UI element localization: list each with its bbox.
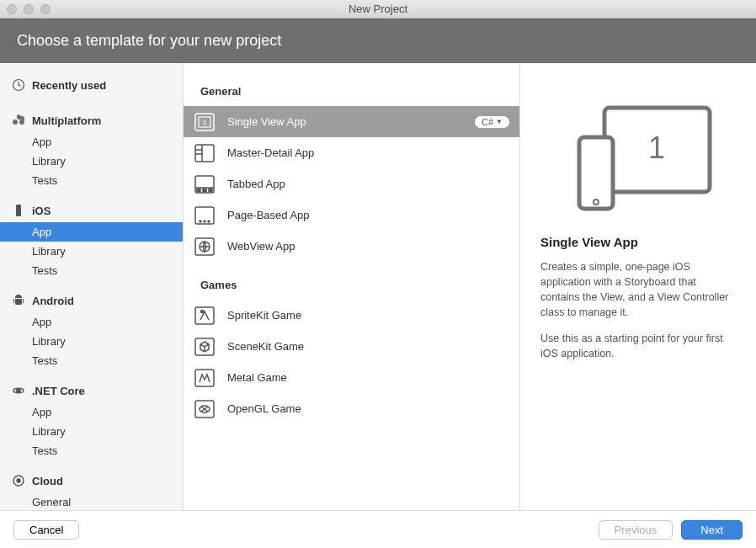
template-master-detail-app[interactable]: Master-Detail App — [184, 137, 519, 168]
template-label: Metal Game — [227, 371, 509, 384]
svg-rect-26 — [195, 370, 214, 386]
template-page-based-app[interactable]: Page-Based App — [184, 200, 519, 231]
template-label: Page-Based App — [227, 209, 509, 221]
sidebar-item-ios-app[interactable]: App — [0, 222, 183, 242]
maximize-window-icon[interactable] — [40, 4, 51, 14]
opengl-icon — [194, 398, 216, 420]
android-icon — [12, 294, 25, 307]
sidebar-category-label: Multiplatform — [32, 114, 101, 127]
template-tabbed-app[interactable]: Tabbed App — [184, 168, 519, 200]
window-title: New Project — [349, 3, 407, 15]
sidebar-item-ios-tests[interactable]: Tests — [0, 261, 183, 280]
template-webview-app[interactable]: WebView App — [184, 231, 519, 262]
template-label: Master-Detail App — [227, 146, 509, 159]
sidebar-category-ios[interactable]: iOS — [0, 199, 183, 222]
sidebar-category-label: Cloud — [32, 475, 63, 487]
detail-description-1: Creates a simple, one-page iOS applicati… — [540, 259, 736, 321]
sidebar-item-ios-library[interactable]: Library — [0, 242, 183, 261]
next-button[interactable]: Next — [681, 520, 743, 540]
chevron-down-icon: ▼ — [496, 118, 503, 125]
template-opengl-game[interactable]: OpenGL Game — [184, 393, 519, 424]
illustration-number: 1 — [648, 130, 665, 165]
svg-rect-30 — [579, 137, 613, 209]
detail-illustration: 1 — [540, 87, 736, 213]
spritekit-icon — [194, 305, 216, 327]
sidebar-category-cloud[interactable]: Cloud — [0, 469, 183, 492]
svg-rect-16 — [209, 189, 212, 191]
svg-point-2 — [17, 389, 20, 392]
minimize-window-icon[interactable] — [24, 4, 34, 14]
detail-pane: 1 Single View App Creates a simple, one-… — [520, 63, 756, 510]
close-window-icon[interactable] — [7, 4, 17, 14]
webview-icon — [194, 236, 216, 258]
template-label: SpriteKit Game — [227, 309, 509, 322]
ios-icon — [12, 204, 25, 217]
language-label: C# — [482, 117, 493, 127]
sidebar-recently-used[interactable]: Recently used — [0, 73, 183, 97]
section-title-games: Games — [184, 274, 519, 300]
titlebar: New Project — [0, 0, 756, 19]
template-label: SceneKit Game — [227, 340, 509, 353]
template-single-view-app[interactable]: 1 Single View App C# ▼ — [184, 106, 519, 137]
sidebar-item-dotnet-tests[interactable]: Tests — [0, 441, 183, 460]
template-list: General 1 Single View App C# ▼ Master-De… — [184, 63, 520, 510]
svg-point-24 — [201, 310, 204, 312]
sidebar-item-cloud-general[interactable]: General — [0, 492, 183, 510]
svg-rect-8 — [195, 145, 214, 162]
sidebar-category-dotnet[interactable]: .NET Core — [0, 379, 183, 402]
page-based-icon — [194, 205, 216, 226]
sidebar-item-dotnet-library[interactable]: Library — [0, 422, 183, 441]
sidebar-category-label: .NET Core — [32, 385, 85, 397]
svg-point-20 — [208, 221, 210, 222]
svg-text:1: 1 — [202, 118, 206, 126]
sidebar-category-label: iOS — [32, 205, 51, 217]
sidebar-item-android-library[interactable]: Library — [0, 332, 183, 351]
template-metal-game[interactable]: Metal Game — [184, 362, 519, 393]
sidebar-item-multiplatform-tests[interactable]: Tests — [0, 171, 183, 190]
single-view-icon: 1 — [194, 111, 216, 133]
sidebar-item-android-app[interactable]: App — [0, 312, 183, 332]
detail-description-2: Use this as a starting point for your fi… — [540, 331, 736, 361]
sidebar-item-dotnet-app[interactable]: App — [0, 402, 183, 422]
header-title: Choose a template for your new project — [17, 32, 281, 49]
sidebar-category-multiplatform[interactable]: Multiplatform — [0, 109, 183, 132]
sidebar-item-android-tests[interactable]: Tests — [0, 351, 183, 370]
template-label: OpenGL Game — [227, 402, 509, 415]
svg-rect-14 — [197, 189, 200, 191]
svg-point-4 — [17, 479, 20, 482]
svg-rect-15 — [203, 189, 206, 191]
svg-point-19 — [204, 221, 205, 222]
dotnet-icon — [12, 384, 25, 397]
traffic-lights — [7, 4, 51, 14]
sidebar: Recently used Multiplatform App Library … — [0, 63, 184, 510]
template-label: Tabbed App — [227, 178, 509, 190]
cloud-icon — [12, 474, 25, 487]
language-selector[interactable]: C# ▼ — [475, 116, 509, 128]
template-label: Single View App — [227, 115, 463, 128]
clock-icon — [12, 78, 25, 92]
page-header: Choose a template for your new project — [0, 19, 756, 63]
sidebar-category-android[interactable]: Android — [0, 289, 183, 312]
svg-point-18 — [200, 221, 201, 222]
metal-icon — [194, 367, 216, 389]
master-detail-icon — [194, 142, 216, 164]
svg-rect-1 — [16, 205, 21, 216]
svg-rect-23 — [195, 307, 214, 324]
template-spritekit-game[interactable]: SpriteKit Game — [184, 300, 519, 331]
sidebar-recently-used-label: Recently used — [32, 79, 106, 92]
section-title-general: General — [184, 80, 519, 106]
template-scenekit-game[interactable]: SceneKit Game — [184, 331, 519, 362]
tabbed-icon — [194, 173, 216, 195]
sidebar-item-multiplatform-library[interactable]: Library — [0, 152, 183, 171]
multiplatform-icon — [12, 114, 25, 127]
scenekit-icon — [194, 336, 216, 358]
sidebar-category-label: Android — [32, 295, 74, 307]
previous-button: Previous — [599, 520, 673, 540]
detail-title: Single View App — [540, 235, 736, 249]
cancel-button[interactable]: Cancel — [13, 520, 79, 540]
footer: Cancel Previous Next — [0, 510, 756, 548]
sidebar-item-multiplatform-app[interactable]: App — [0, 132, 183, 152]
template-label: WebView App — [227, 240, 509, 253]
